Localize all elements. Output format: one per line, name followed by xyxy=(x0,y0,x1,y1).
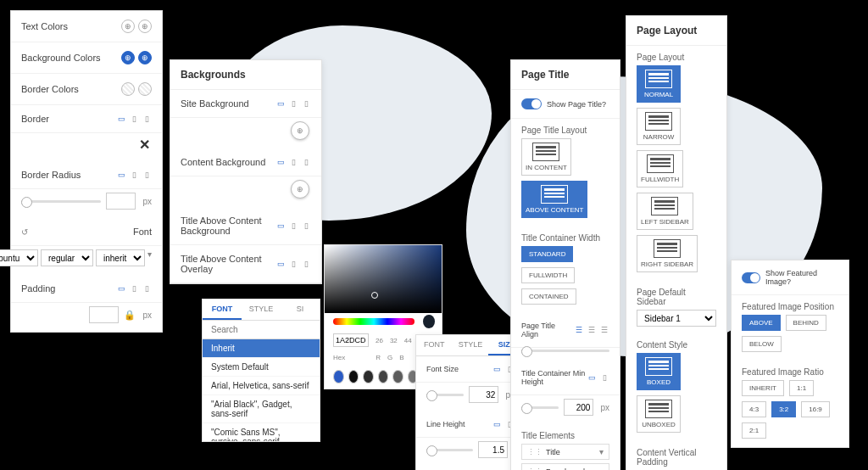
option-button[interactable]: BEHIND xyxy=(786,315,826,331)
chevron-down-icon[interactable]: ▾ xyxy=(599,467,604,470)
align-slider[interactable] xyxy=(521,350,609,352)
layout-option[interactable]: BOXED xyxy=(637,353,681,390)
tablet-icon[interactable]: ▯ xyxy=(288,221,298,230)
globe-icon[interactable]: ⊕ xyxy=(291,180,309,199)
font-inherit-select[interactable]: inherit xyxy=(96,249,145,266)
desktop-icon[interactable]: ▭ xyxy=(275,221,286,230)
drag-icon[interactable]: ⋮⋮ xyxy=(527,467,542,471)
align-center-icon[interactable]: ☰ xyxy=(587,326,597,334)
font-tab[interactable]: SI xyxy=(281,299,320,320)
option-button[interactable]: BELOW xyxy=(742,336,782,352)
tablet-icon[interactable]: ▯ xyxy=(129,284,139,293)
globe-icon[interactable]: ⊕ xyxy=(121,51,135,64)
title-element-item[interactable]: ⋮⋮Title▾ xyxy=(521,444,609,460)
font-tab[interactable]: FONT xyxy=(203,299,242,320)
font-option[interactable]: "Arial Black", Gadget, sans-serif xyxy=(203,395,320,423)
sidebar-select[interactable]: Sidebar 1 xyxy=(637,310,716,327)
tablet-icon[interactable]: ▯ xyxy=(129,171,139,179)
layout-option[interactable]: RIGHT SIDEBAR xyxy=(637,235,698,272)
mobile-icon[interactable]: ▯ xyxy=(301,221,311,230)
layout-option[interactable]: NORMAL xyxy=(637,65,681,103)
color-swatch[interactable] xyxy=(392,370,403,383)
value-input[interactable] xyxy=(478,441,508,458)
mobile-icon[interactable]: ▯ xyxy=(142,115,152,123)
color-swatch[interactable] xyxy=(348,370,359,383)
chevron-down-icon[interactable]: ▾ xyxy=(599,447,604,456)
tablet-icon[interactable]: ▯ xyxy=(288,158,298,166)
transparent-icon[interactable] xyxy=(121,82,135,96)
close-icon[interactable]: ✕ xyxy=(11,133,162,161)
slider[interactable] xyxy=(426,394,464,396)
layout-option[interactable]: FULLWIDTH xyxy=(637,150,683,187)
font-search-input[interactable] xyxy=(203,321,320,339)
slider[interactable] xyxy=(426,449,473,451)
layout-option[interactable]: LEFT SIDEBAR xyxy=(637,193,693,230)
option-button[interactable]: FULLWIDTH xyxy=(521,267,575,283)
drag-icon[interactable]: ⋮⋮ xyxy=(527,448,542,456)
desktop-icon[interactable]: ▭ xyxy=(116,284,126,293)
show-page-title-toggle[interactable] xyxy=(521,98,542,109)
layout-option[interactable]: NARROW xyxy=(637,108,681,145)
hue-slider[interactable] xyxy=(333,318,415,325)
option-button[interactable]: 4:3 xyxy=(742,401,766,417)
align-right-icon[interactable]: ☰ xyxy=(599,326,609,334)
font-tab[interactable]: STYLE xyxy=(242,299,281,320)
globe-icon[interactable]: ⊕ xyxy=(291,121,309,140)
lock-icon[interactable]: 🔒 xyxy=(124,310,136,321)
mobile-icon[interactable]: ▯ xyxy=(301,158,311,166)
slider[interactable] xyxy=(21,200,101,203)
layout-option[interactable]: IN CONTENT xyxy=(521,138,571,176)
font-option[interactable]: System Default xyxy=(203,358,320,377)
color-swatch[interactable] xyxy=(378,370,389,383)
title-element-item[interactable]: ⋮⋮Breadcrumb▾ xyxy=(521,463,609,470)
align-left-icon[interactable]: ☰ xyxy=(574,326,584,334)
typo-tab[interactable]: STYLE xyxy=(453,335,489,355)
show-featured-toggle[interactable] xyxy=(742,272,760,283)
mobile-icon[interactable]: ▯ xyxy=(142,284,152,293)
option-button[interactable]: STANDARD xyxy=(521,246,573,262)
layout-option[interactable]: UNBOXED xyxy=(637,395,681,433)
globe-icon[interactable]: ⊕ xyxy=(121,20,135,33)
transparent-icon[interactable] xyxy=(138,82,152,96)
font-option[interactable]: Inherit xyxy=(203,339,320,358)
desktop-icon[interactable]: ▭ xyxy=(275,158,286,166)
tablet-icon[interactable]: ▯ xyxy=(288,99,298,108)
minheight-slider[interactable] xyxy=(521,406,559,409)
desktop-icon[interactable]: ▭ xyxy=(116,171,126,179)
value-input[interactable] xyxy=(469,386,498,403)
color-swatch[interactable] xyxy=(333,370,344,383)
desktop-icon[interactable]: ▭ xyxy=(275,260,286,268)
desktop-icon[interactable]: ▭ xyxy=(492,420,502,428)
desktop-icon[interactable]: ▭ xyxy=(275,99,286,108)
typo-tab[interactable]: FONT xyxy=(416,335,453,355)
mobile-icon[interactable]: ▯ xyxy=(142,171,152,179)
hex-input[interactable] xyxy=(333,333,369,347)
tablet-icon[interactable]: ▯ xyxy=(129,115,139,123)
value-input[interactable] xyxy=(89,306,119,323)
minheight-input[interactable] xyxy=(564,399,593,416)
option-button[interactable]: CONTAINED xyxy=(521,288,576,305)
option-button[interactable]: 3:2 xyxy=(771,401,796,417)
font-family-select[interactable]: Ubuntu xyxy=(0,249,38,266)
value-input[interactable] xyxy=(106,193,136,210)
desktop-icon[interactable]: ▭ xyxy=(492,365,502,373)
option-button[interactable]: 16:9 xyxy=(801,401,830,417)
layout-option[interactable]: ABOVE CONTENT xyxy=(521,181,587,218)
font-weight-select[interactable]: regular xyxy=(41,249,93,266)
globe-icon[interactable]: ⊕ xyxy=(138,20,152,33)
color-canvas[interactable] xyxy=(325,245,442,313)
chevron-down-icon[interactable]: ▾ xyxy=(147,249,152,266)
desktop-icon[interactable]: ▭ xyxy=(116,115,126,123)
option-button[interactable]: 2:1 xyxy=(742,422,766,439)
option-button[interactable]: 1:1 xyxy=(789,380,814,396)
option-button[interactable]: ABOVE xyxy=(742,315,781,331)
reset-icon[interactable]: ↺ xyxy=(21,227,28,237)
mobile-icon[interactable]: ▯ xyxy=(301,260,311,268)
mobile-icon[interactable]: ▯ xyxy=(301,99,311,108)
font-option[interactable]: "Comic Sans MS", cursive, sans-serif xyxy=(203,423,320,441)
color-swatch[interactable] xyxy=(363,370,374,383)
option-button[interactable]: INHERIT xyxy=(742,380,784,396)
globe-icon[interactable]: ⊕ xyxy=(138,51,152,64)
font-option[interactable]: Arial, Helvetica, sans-serif xyxy=(203,377,320,395)
tablet-icon[interactable]: ▯ xyxy=(288,260,298,268)
